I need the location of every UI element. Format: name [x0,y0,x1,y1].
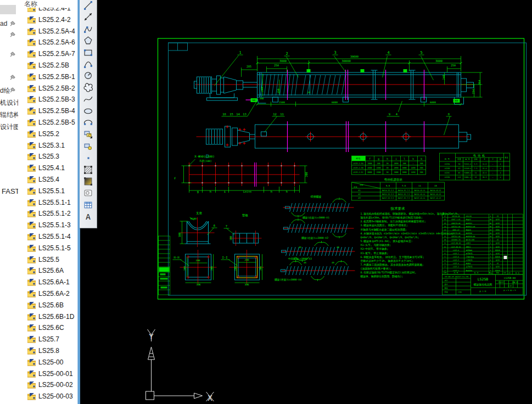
tool-spline-icon[interactable] [83,94,93,104]
svg-text:22.6: 22.6 [483,172,487,174]
svg-text:8: 8 [448,113,450,116]
file-list-item[interactable]: LS25.2.5B-1 [18,72,77,83]
file-list-item[interactable]: LS25.5.1-2 [18,209,77,220]
svg-text:BWY27-43-11: BWY27-43-11 [415,197,425,199]
file-list-item[interactable]: LS25.7 [18,334,77,345]
file-list-item[interactable]: LS25-00 [18,357,77,368]
tool-arc-icon[interactable] [83,59,93,69]
tool-region-icon[interactable] [83,188,93,198]
tool-table-icon[interactable] [83,200,93,210]
tool-gradient-icon[interactable] [83,177,93,187]
file-list-item[interactable]: LS25.2.5B-3 [18,94,77,105]
svg-text:150: 150 [277,88,280,93]
svg-text:g: g [378,158,379,160]
file-list-item[interactable]: LS25.5.1-3 [18,220,77,231]
nav-item-5[interactable]: 机设计 [0,98,18,107]
cad-canvas[interactable]: 1234530600300030000300028525025024415024… [80,0,532,404]
svg-text:GB6170-86: GB6170-86 [451,232,460,234]
svg-text:LS25.8: LS25.8 [453,249,459,251]
svg-text:300: 300 [419,167,423,169]
file-list-item[interactable]: LS25.3 [18,152,77,162]
file-list-item[interactable]: LS25.6B-1D [18,312,77,323]
nav-item-fast[interactable]: FAST [2,187,18,195]
tool-polygon-icon[interactable] [83,36,93,46]
nav-item-pin-1[interactable] [0,31,18,40]
nav-item-4[interactable]: d绘 [0,86,18,95]
svg-text:4: 4 [490,262,491,265]
file-list-item[interactable]: LS25.5 [18,255,77,266]
svg-text:3: 3 [334,50,336,55]
file-list-item[interactable]: LS25.5.1-5 [18,243,77,254]
tool-circle-icon[interactable] [83,71,93,81]
tool-rectangle-icon[interactable] [83,48,93,58]
svg-text:1: 1 [490,266,491,268]
file-list-item[interactable]: LS25.3.1 [18,141,77,152]
file-list-item[interactable]: LS25.8 [18,346,77,357]
nav-item-6[interactable]: 辊结构 [0,110,18,119]
tool-ellipse-icon[interactable] [83,106,93,116]
svg-text:3000: 3000 [279,59,287,63]
file-list-item[interactable]: LS25.2.5A-6 [18,37,77,48]
file-list-item[interactable]: LS25-00-03 [18,391,77,402]
file-list-item[interactable]: LS25.4 [18,175,77,186]
svg-text:7.5: 7.5 [402,184,406,187]
tool-line-icon[interactable] [83,1,93,10]
file-list[interactable]: LS25.2.4-1LS25.2.4-2LS25.2.5A-4LS25.2.5A… [18,0,77,404]
file-list-item[interactable]: LS25.5.1-1 [18,198,77,209]
tool-polyline-icon[interactable] [83,24,93,34]
svg-text:GB97.1-85: GB97.1-85 [451,218,460,221]
svg-text:3000: 3000 [367,162,372,165]
svg-text:1: 1 [490,246,491,248]
file-list-item[interactable]: LS25.2.5B [18,60,77,71]
svg-text:GB1096-79: GB1096-79 [451,239,460,241]
nav-selected-item[interactable] [0,5,16,14]
svg-text:孔距(100): 孔距(100) [199,159,212,162]
svg-text:Q235: Q235 [496,218,500,221]
tool-point-icon[interactable] [83,153,93,163]
nav-item-0[interactable]: ad [0,20,18,29]
file-list-item[interactable]: LS25.2.5A-7 [18,49,77,60]
folder-icon [27,233,36,242]
file-list-item[interactable]: LS25.6A-1 [18,277,77,288]
column-header-name[interactable]: 名称 [18,0,77,8]
svg-text:LS25.2: LS25.2 [453,266,459,268]
file-list-item[interactable]: LS25.5.1 [18,186,77,197]
svg-text:BWY18-43-11: BWY18-43-11 [415,189,425,192]
file-list-item[interactable]: LS25.2.5A-4 [18,26,77,37]
folder-icon [27,96,36,105]
svg-text:LS25.6: LS25.6 [453,256,459,258]
nav-item-pin-2[interactable] [0,50,18,59]
tool-ellipse-arc-icon[interactable] [83,118,93,128]
tool-hatch-icon[interactable] [83,165,93,175]
svg-text:R180: R180 [191,217,197,220]
svg-text:机 号: 机 号 [445,158,450,160]
file-list-item[interactable]: LS25.2 [18,129,77,140]
tool-multiline-text-icon[interactable]: A [83,212,93,222]
file-list-item[interactable]: LS25.4.1 [18,163,77,174]
svg-text:Q235: Q235 [496,235,500,238]
file-list-item[interactable]: LS25.2.5B-4 [18,106,77,117]
svg-text:1500: 1500 [376,167,380,169]
nav-item-7[interactable]: 设计图 [0,122,18,131]
folder-icon [27,153,36,162]
file-list-item[interactable]: LS25.6A-2 [18,289,77,300]
file-list-item[interactable]: LS25.2.5B-5 [18,117,77,128]
svg-text:b: b [421,158,422,160]
file-list-item[interactable]: LS25.2.4-2 [18,15,77,26]
tool-make-block-icon[interactable] [83,142,93,152]
tool-construction-line-icon[interactable] [83,12,93,22]
file-list-item[interactable]: LS25.6C [18,323,77,334]
folder-icon [27,324,36,333]
file-list-item[interactable]: LS25.6B [18,300,77,311]
file-list-item[interactable]: LS25.2.5B-2 [18,83,77,94]
tool-revision-cloud-icon[interactable] [83,83,93,93]
file-list-item[interactable]: LS25-00-01 [18,369,77,380]
file-list-item[interactable]: LS25.6A [18,266,77,277]
svg-text:4: 4 [484,158,485,160]
nav-item-pin-3[interactable] [0,74,18,82]
svg-text:Y: Y [149,332,154,341]
file-list-item[interactable]: LS25-00-02 [18,380,77,391]
tool-insert-block-icon[interactable] [83,130,93,139]
file-list-item[interactable]: LS25.5.1-4 [18,232,77,243]
svg-text:—: — [492,172,494,174]
